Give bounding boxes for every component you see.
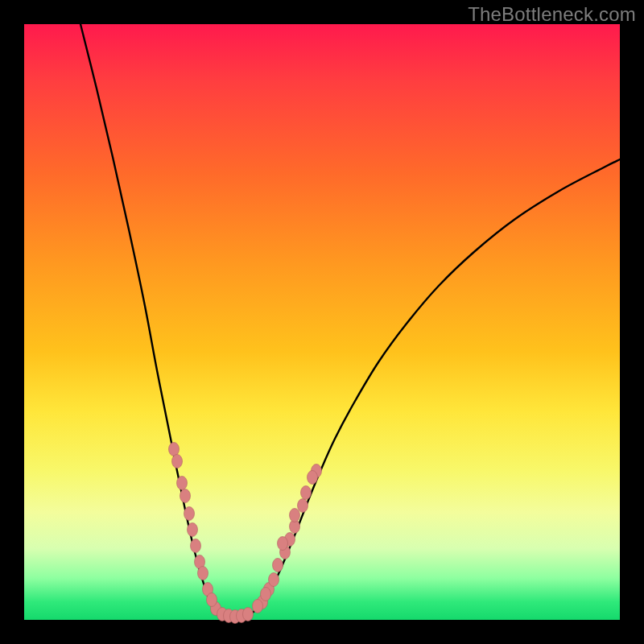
sample-dot [243,608,254,621]
sample-dot [207,593,217,607]
sample-dot [172,455,183,469]
sample-dot [273,559,283,572]
sample-dot [278,537,288,551]
sample-dot [191,539,201,553]
chart-frame: TheBottleneck.com [0,0,644,644]
sample-dot [184,507,195,521]
sample-dot [261,588,271,601]
plot-area [24,24,620,620]
sample-dot [308,471,318,485]
sample-dot [177,477,188,490]
sample-dot [301,486,312,500]
sample-dot [188,523,198,537]
curve-layer [24,24,620,620]
sample-dot [253,600,263,613]
sample-dot [169,443,180,456]
sample-dots [169,443,322,624]
sample-dot [269,573,279,587]
sample-dot [290,509,300,522]
sample-dot [180,489,191,503]
watermark-text: TheBottleneck.com [468,3,636,26]
bottleneck-curve [80,24,620,617]
sample-dot [198,567,208,580]
sample-dot [298,499,308,513]
